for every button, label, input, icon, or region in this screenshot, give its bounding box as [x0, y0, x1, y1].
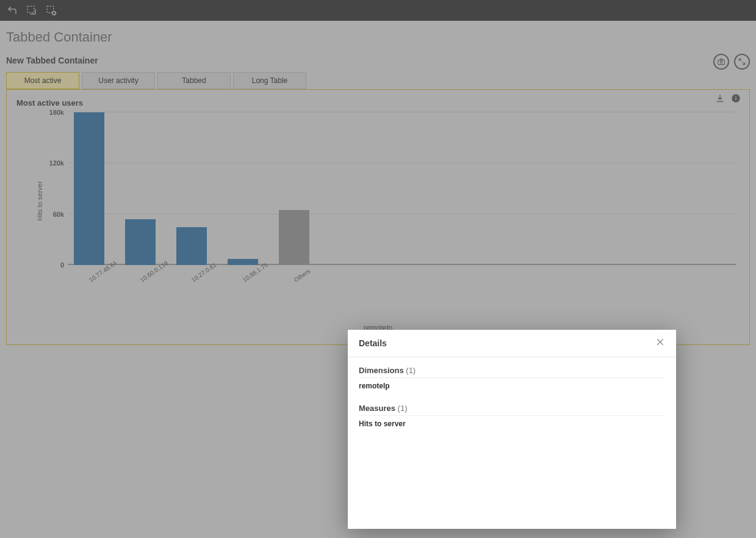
- top-toolbar: [0, 0, 756, 21]
- y-axis-label: Hits to server: [36, 181, 43, 221]
- svg-rect-7: [735, 96, 736, 96]
- bar[interactable]: [125, 219, 156, 265]
- close-icon[interactable]: [655, 337, 665, 349]
- selection-forward-icon[interactable]: [24, 3, 39, 18]
- page-body: Tabbed Container New Tabbed Container Mo…: [0, 21, 756, 354]
- chart-panel: Most active users Hits to server 060k120…: [6, 89, 750, 345]
- tab-most-active[interactable]: Most active: [6, 72, 79, 89]
- grid-line: 60k: [68, 214, 736, 214]
- tab-bar: Most active User activity Tabbed Long Ta…: [6, 72, 750, 89]
- tab-tabbed[interactable]: Tabbed: [157, 72, 231, 89]
- y-tick-label: 120k: [49, 159, 64, 167]
- measures-label: Measures: [359, 404, 395, 413]
- info-icon[interactable]: [731, 93, 741, 106]
- dimension-item: remoteIp: [359, 382, 665, 390]
- svg-rect-6: [735, 98, 736, 101]
- tab-long-table[interactable]: Long Table: [233, 72, 306, 89]
- y-tick-label: 60k: [53, 211, 64, 218]
- grid-line: 180k: [68, 112, 736, 112]
- dimensions-heading: Dimensions (1): [359, 366, 665, 378]
- page-title: Tabbed Container: [6, 29, 750, 45]
- y-tick-label: 180k: [49, 109, 64, 116]
- chart-area[interactable]: Hits to server 060k120k180k10.77.48.6410…: [34, 112, 740, 289]
- dimensions-count: (1): [406, 366, 416, 375]
- modal-title: Details: [359, 338, 387, 348]
- svg-point-4: [720, 61, 722, 64]
- measure-item: Hits to server: [359, 420, 665, 428]
- dimensions-label: Dimensions: [359, 366, 404, 375]
- measures-heading: Measures (1): [359, 404, 665, 416]
- measures-count: (1): [398, 404, 408, 413]
- svg-rect-3: [718, 60, 725, 65]
- tab-user-activity[interactable]: User activity: [82, 72, 155, 89]
- panel-action-icons: [713, 54, 750, 70]
- x-tick-label: Others: [293, 267, 312, 283]
- snapshot-button[interactable]: [713, 54, 729, 70]
- export-icon[interactable]: [715, 93, 725, 106]
- details-modal: Details Dimensions (1) remoteIp Measures…: [348, 330, 676, 529]
- y-tick-label: 0: [60, 261, 64, 269]
- grid-line: 120k: [68, 162, 736, 163]
- bar[interactable]: [176, 227, 207, 266]
- svg-rect-0: [27, 6, 34, 13]
- chart-plot: 060k120k180k10.77.48.6410.60.0.11910.27.…: [68, 112, 736, 265]
- selection-clear-icon[interactable]: [44, 3, 59, 18]
- bar[interactable]: [279, 210, 309, 265]
- chart-title: Most active users: [16, 98, 740, 107]
- fullscreen-button[interactable]: [734, 54, 750, 70]
- panel-subtitle: New Tabbed Container: [6, 56, 98, 65]
- bar[interactable]: [74, 112, 104, 265]
- undo-icon[interactable]: [5, 3, 20, 18]
- bar[interactable]: [228, 259, 258, 265]
